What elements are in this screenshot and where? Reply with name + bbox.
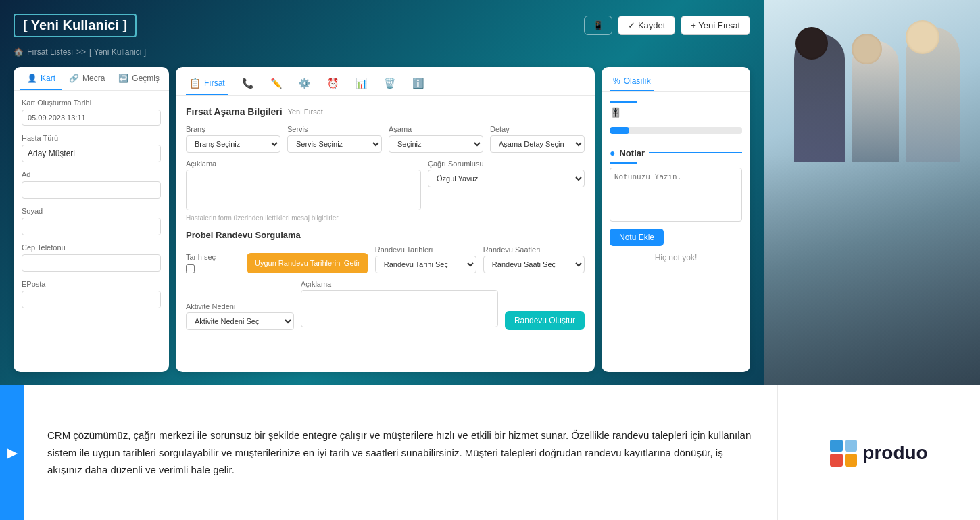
logo-squares <box>830 440 857 467</box>
randevu-tarihleri-select[interactable]: Randevu Tarihi Seç <box>375 256 476 273</box>
progress-bar <box>610 127 742 134</box>
clock-icon: ⏰ <box>327 78 339 89</box>
chart-icon: 📊 <box>356 78 367 89</box>
save-button[interactable]: ✓ Kaydet <box>618 16 675 35</box>
probel-title: Probel Randevu Sorgulama <box>186 230 585 240</box>
notes-textarea[interactable] <box>610 168 742 222</box>
soyad-input[interactable] <box>22 218 161 235</box>
user-icon: 👤 <box>27 74 37 83</box>
mid-tab-6[interactable]: 📊 <box>352 72 370 95</box>
randevu-saatleri-label: Randevu Saatleri <box>483 245 585 254</box>
randevu-olustur-button[interactable]: Randevu Oluştur <box>505 311 585 330</box>
cagri-sorumlusu-col: Çağrı Sorumlusu Özgül Yavuz <box>428 160 585 222</box>
aciklama-label: Açıklama <box>186 160 421 168</box>
breadcrumb: 🏠 Fırsat Listesi >> [ Yeni Kullanici ] <box>14 47 750 57</box>
aciklama2-col: Açıklama <box>301 280 498 330</box>
trash-icon: 🗑️ <box>384 78 395 89</box>
new-opportunity-button[interactable]: + Yeni Fırsat <box>681 16 750 35</box>
bottom-description: CRM çözümümüz, çağrı merkezi ile sorunsu… <box>47 427 754 479</box>
ad-group: Ad <box>22 170 161 199</box>
notes-dot-icon: ● <box>610 147 615 158</box>
tarih-sec-col: Tarih seç <box>186 253 240 273</box>
no-notes-text: Hiç not yok! <box>610 253 742 262</box>
logo-sq-blue <box>830 440 843 452</box>
tab-olaslik[interactable]: % Olasılık <box>610 72 654 91</box>
detay-col: Detay Aşama Detay Seçin <box>490 125 585 153</box>
servis-label: Servis <box>287 125 382 133</box>
slider-icon: 🎚️ <box>610 107 621 118</box>
kart-olusturma-label: Kart Oluşturma Tarihi <box>22 99 161 107</box>
left-card-panel: 👤 Kart 🔗 Mecra ↩️ Geçmiş Kart Oluşturma … <box>14 67 169 372</box>
mid-tab-7[interactable]: 🗑️ <box>381 72 399 95</box>
photo-panel <box>764 0 980 385</box>
servis-col: Servis Servis Seçiniz <box>287 125 382 153</box>
mid-tab-firsat[interactable]: 📋 Fırsat <box>186 72 228 95</box>
randevu-saatleri-col: Randevu Saatleri Randevu Saati Seç <box>483 245 585 273</box>
uygun-randevu-button[interactable]: Uygun Randevu Tarihlerini Getir <box>247 253 368 273</box>
logo-sq-blue2 <box>845 440 858 452</box>
eposta-input[interactable] <box>22 291 161 308</box>
kart-olusturma-input[interactable] <box>22 110 161 126</box>
arrow-icon: ▶ <box>7 446 17 460</box>
tarih-sec-checkbox[interactable] <box>186 264 195 273</box>
brans-select[interactable]: Branş Seçiniz <box>186 135 280 153</box>
settings-icon: ⚙️ <box>299 78 310 89</box>
mid-tab-5[interactable]: ⏰ <box>324 72 342 95</box>
whatsapp-button[interactable]: 📱 <box>584 16 612 35</box>
hasta-turu-label: Hasta Türü <box>22 134 161 142</box>
logo-sq-orange <box>845 454 858 467</box>
tarih-sec-label: Tarih seç <box>186 253 240 261</box>
aciklama2-textarea[interactable] <box>301 290 498 327</box>
randevu-saatleri-select[interactable]: Randevu Saati Seç <box>483 256 585 273</box>
aktivite-nedeni-select[interactable]: Aktivite Nedeni Seç <box>186 312 294 330</box>
cagri-sorumlusu-label: Çağrı Sorumlusu <box>428 160 585 168</box>
mid-tab-2[interactable]: 📞 <box>239 72 257 95</box>
home-icon: 🏠 <box>14 47 24 57</box>
hasta-turu-select[interactable]: Aday Müşteri <box>22 145 161 162</box>
hasta-turu-group: Hasta Türü Aday Müşteri <box>22 134 161 162</box>
servis-select[interactable]: Servis Seçiniz <box>287 135 382 153</box>
aciklama2-label: Açıklama <box>301 280 498 288</box>
logo-text: produo <box>862 442 927 464</box>
notes-title: ● Notlar <box>610 147 742 158</box>
detay-label: Detay <box>490 125 585 133</box>
tab-mecra[interactable]: 🔗 Mecra <box>62 67 112 90</box>
asama-select[interactable]: Seçiniz <box>389 135 483 153</box>
whatsapp-icon: 📱 <box>593 20 604 30</box>
firsat-tab-icon: 📋 <box>189 78 201 89</box>
detay-select[interactable]: Aşama Detay Seçin <box>490 135 585 153</box>
ad-input[interactable] <box>22 181 161 199</box>
edit-icon: ✏️ <box>270 78 282 89</box>
produo-logo: produo <box>830 440 927 467</box>
uygun-randevu-col: Uygun Randevu Tarihlerini Getir <box>247 253 368 273</box>
middle-firsat-panel: 📋 Fırsat 📞 ✏️ ⚙️ ⏰ <box>176 67 595 372</box>
history-icon: ↩️ <box>118 74 128 83</box>
right-panel: % Olasılık 🎚️ ● Notlar <box>602 67 750 372</box>
mid-tab-8[interactable]: ℹ️ <box>409 72 427 95</box>
logo-sq-red <box>830 454 843 467</box>
randevu-olustur-col: Randevu Oluştur <box>505 311 585 330</box>
asama-col: Aşama Seçiniz <box>389 125 483 153</box>
aktivite-nedeni-col: Aktivite Nedeni Aktivite Nedeni Seç <box>186 302 294 330</box>
tab-kart[interactable]: 👤 Kart <box>20 67 62 90</box>
firsat-asama-title: Fırsat Aşama Bilgileri Yeni Fırsat <box>186 106 585 117</box>
eposta-group: EPosta <box>22 280 161 308</box>
soyad-group: Soyad <box>22 207 161 235</box>
aktivite-nedeni-label: Aktivite Nedeni <box>186 302 294 310</box>
brans-col: Branş Branş Seçiniz <box>186 125 280 153</box>
cep-telefonu-group: Cep Telefonu <box>22 243 161 272</box>
add-note-button[interactable]: Notu Ekle <box>610 229 664 246</box>
tab-gecmis[interactable]: ↩️ Geçmiş <box>112 67 166 90</box>
mid-tab-4[interactable]: ⚙️ <box>295 72 314 95</box>
soyad-label: Soyad <box>22 207 161 215</box>
eposta-label: EPosta <box>22 280 161 288</box>
cagri-sorumlusu-select[interactable]: Özgül Yavuz <box>428 170 585 187</box>
phone-icon: 📞 <box>242 78 253 89</box>
cep-telefonu-label: Cep Telefonu <box>22 243 161 252</box>
mid-tab-3[interactable]: ✏️ <box>267 72 285 95</box>
page-title: [ Yeni Kullanici ] <box>14 14 137 37</box>
cep-telefonu-input[interactable] <box>22 254 161 272</box>
mecra-icon: 🔗 <box>69 74 79 83</box>
olaslik-icon: % <box>613 76 620 86</box>
aciklama-textarea[interactable] <box>186 170 421 210</box>
